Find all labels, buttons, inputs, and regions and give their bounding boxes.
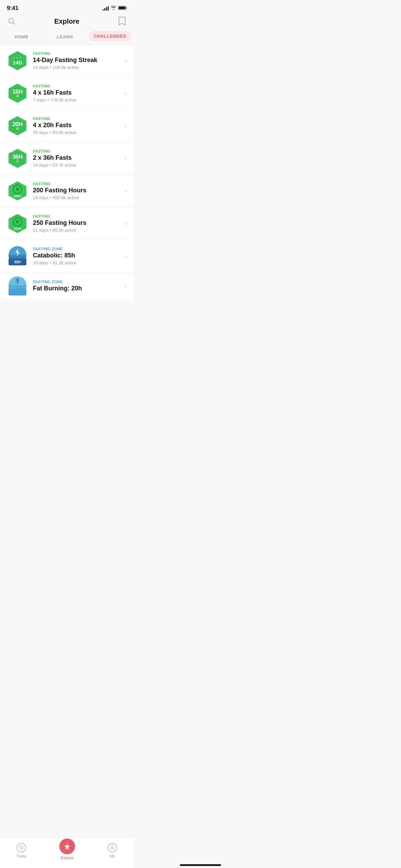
list-item[interactable]: 16H 4 FASTING 4 x 16h Fasts 7 days • 778… [0,77,134,110]
list-item[interactable]: ✓ ✓ ✓ 14D FASTING 14-Day Fasting Streak … [0,45,134,77]
challenge-category: FASTING [33,51,122,56]
tab-home[interactable]: HOME [0,31,43,44]
challenge-content: FASTING 14-Day Fasting Streak 14 days • … [33,51,122,70]
list-item[interactable]: FASTING ZONE Fat Burning: 20h › [0,273,134,300]
challenge-meta: 21 days • 66.5k active [33,228,122,233]
challenge-meta: 14 days • 450.6k active [33,195,122,200]
page-title: Explore [54,17,79,25]
list-item[interactable]: 85H FASTING ZONE Catabolic: 85h 10 days … [0,240,134,273]
search-button[interactable] [7,16,16,26]
challenge-content: FASTING 2 x 36h Fasts 14 days • 53.7k ac… [33,149,122,168]
chevron-right-icon: › [125,253,127,260]
challenges-list: ✓ ✓ ✓ 14D FASTING 14-Day Fasting Streak … [0,45,134,334]
challenge-category: FASTING [33,149,122,153]
chevron-right-icon: › [125,188,127,195]
svg-marker-17 [15,248,20,256]
challenge-badge: ✓ ✓ ✓ 14D [7,50,28,71]
challenge-badge: 200H [7,180,28,202]
list-item[interactable]: 250H FASTING 250 Fasting Hours 21 days •… [0,207,134,240]
header: Explore [0,14,134,29]
challenge-content: FASTING 200 Fasting Hours 14 days • 450.… [33,182,122,200]
challenge-badge: 250H [7,213,28,234]
list-item[interactable]: 20H 4 FASTING 4 x 20h Fasts 30 days • 83… [0,110,134,142]
bookmark-button[interactable] [117,16,127,26]
status-bar: 9:41 [0,0,134,14]
challenge-category: FASTING [33,182,122,186]
chevron-right-icon: › [125,155,127,162]
svg-line-4 [13,23,15,25]
wifi-icon [111,5,116,11]
challenge-content: FASTING 4 x 16h Fasts 7 days • 778.5k ac… [33,84,122,103]
challenge-meta: 14 days • 106.0k active [33,65,122,70]
tab-bar: HOME LEARN CHALLENGES [0,29,134,45]
challenge-meta: 7 days • 778.5k active [33,97,122,103]
challenge-badge: 20H 4 [7,115,28,136]
list-item[interactable]: 36H 2 FASTING 2 x 36h Fasts 14 days • 53… [0,142,134,175]
challenge-badge: 36H 2 [7,148,28,169]
svg-rect-2 [119,7,125,9]
challenge-badge: 16H 4 [7,83,28,104]
challenge-badge: 85H [7,245,28,267]
challenge-category: FASTING [33,84,122,88]
status-icons [102,5,127,11]
svg-rect-1 [126,7,127,9]
challenge-content: FASTING ZONE Catabolic: 85h 10 days • 91… [33,247,122,265]
challenge-title: Fat Burning: 20h [33,285,122,292]
challenge-meta: 30 days • 83.0k active [33,130,122,135]
chevron-right-icon: › [125,122,127,130]
challenge-title: 2 x 36h Fasts [33,154,122,161]
challenge-meta: 10 days • 91.2k active [33,260,122,265]
chevron-right-icon: › [125,57,127,64]
challenge-category: FASTING [33,117,122,121]
tab-challenges[interactable]: CHALLENGES [88,31,132,41]
signal-icon [102,6,109,11]
challenge-title: 4 x 20h Fasts [33,122,122,129]
challenge-title: Catabolic: 85h [33,252,122,259]
challenge-meta: 14 days • 53.7k active [33,162,122,168]
challenge-title: 14-Day Fasting Streak [33,57,122,64]
challenge-title: 200 Fasting Hours [33,187,122,194]
chevron-right-icon: › [125,220,127,227]
challenge-content: FASTING ZONE Fat Burning: 20h [33,280,122,293]
battery-icon [118,5,127,11]
challenge-title: 250 Fasting Hours [33,219,122,227]
challenge-content: FASTING 4 x 20h Fasts 30 days • 83.0k ac… [33,117,122,135]
challenge-category: FASTING [33,214,122,218]
chevron-right-icon: › [125,90,127,97]
challenge-content: FASTING 250 Fasting Hours 21 days • 66.5… [33,214,122,233]
challenge-title: 4 x 16h Fasts [33,89,122,96]
challenge-badge [7,276,28,297]
challenge-category: FASTING ZONE [33,280,122,284]
challenge-category: FASTING ZONE [33,247,122,251]
list-item[interactable]: 200H FASTING 200 Fasting Hours 14 days •… [0,175,134,207]
tab-learn[interactable]: LEARN [43,31,86,44]
status-time: 9:41 [7,5,19,12]
chevron-right-icon: › [125,283,127,290]
